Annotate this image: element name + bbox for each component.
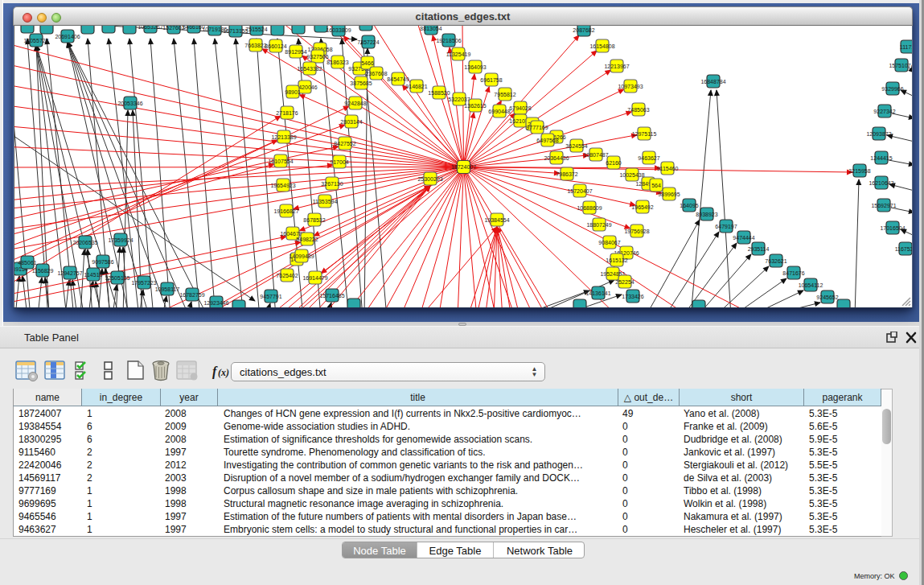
svg-text:9457791: 9457791 [260,294,281,299]
svg-text:1364093: 1364093 [464,64,486,70]
svg-text:12923446: 12923446 [203,300,228,306]
svg-text:7663822: 7663822 [244,43,266,48]
svg-text:10025438: 10025438 [619,172,644,178]
svg-text:14099489: 14099489 [289,253,314,259]
svg-text:17016504: 17016504 [880,225,905,231]
svg-text:12505135: 12505135 [105,275,129,281]
svg-text:1965492: 1965492 [631,204,653,210]
svg-text:8660124: 8660124 [265,43,286,49]
svg-text:12213389: 12213389 [271,134,296,140]
svg-text:6961758: 6961758 [480,77,502,83]
svg-text:2367608: 2367608 [365,71,387,76]
svg-text:9115460: 9115460 [657,166,679,171]
svg-text:3875685: 3875685 [350,80,372,86]
svg-text:9242848: 9242848 [344,101,366,106]
svg-text:16210643: 16210643 [869,180,893,186]
svg-text:9227342: 9227342 [873,109,895,114]
svg-text:16107554: 16107554 [268,159,293,164]
svg-text:16914479: 16914479 [302,275,327,281]
svg-text:15720407: 15720407 [567,188,592,194]
svg-text:10688609: 10688609 [577,205,602,211]
svg-text:19756928: 19756928 [624,229,649,234]
svg-text:12213967: 12213967 [604,64,629,69]
svg-text:1362615: 1362615 [464,103,486,109]
svg-text:8813054: 8813054 [420,26,441,31]
svg-text:19218506: 19218506 [436,38,461,43]
svg-text:15692971: 15692971 [871,203,896,208]
svg-text:98901: 98901 [285,89,301,95]
svg-text:14136141: 14136141 [585,290,610,296]
svg-text:6479197: 6479197 [715,224,737,229]
svg-text:18724007: 18724007 [451,164,476,170]
svg-text:3267130: 3267130 [321,181,343,187]
svg-text:5322037: 5322037 [448,97,470,102]
svg-text:7625402: 7625402 [276,273,298,278]
svg-text:9245652: 9245652 [816,295,838,300]
svg-text:9146821: 9146821 [405,84,427,89]
svg-text:3624554: 3624554 [565,143,587,149]
svg-text:9097586: 9097586 [92,259,113,265]
svg-text:10653267: 10653267 [138,26,162,30]
svg-text:f: f [212,365,218,379]
svg-text:1615132: 1615132 [606,257,627,263]
svg-text:10654112: 10654112 [799,282,823,288]
svg-text:5466: 5466 [361,60,374,66]
svg-text:10807487: 10807487 [583,152,608,158]
svg-text:8912954: 8912954 [285,49,306,55]
svg-text:3215958: 3215958 [848,168,870,174]
svg-text:16543382: 16543382 [297,66,322,72]
svg-text:16713155: 16713155 [223,28,248,34]
svg-text:7632621: 7632621 [765,258,786,264]
svg-text:9327506: 9327506 [306,54,328,60]
svg-text:12093872: 12093872 [866,131,891,137]
svg-text:15751074: 15751074 [889,63,912,68]
svg-text:8471676: 8471676 [782,270,804,276]
svg-text:6794028: 6794028 [509,105,531,111]
svg-text:11171: 11171 [900,44,912,50]
svg-text:15716485: 15716485 [319,293,344,299]
svg-text:9463627: 9463627 [638,155,659,161]
svg-text:2718176: 2718176 [276,110,298,116]
svg-text:2803144: 2803144 [340,119,362,125]
svg-text:11325419: 11325419 [446,51,471,57]
svg-text:5498222: 5498222 [296,237,318,242]
svg-text:12975115: 12975115 [632,131,657,137]
svg-text:564: 564 [651,183,661,188]
svg-text:10958117: 10958117 [155,286,180,292]
svg-text:7986372: 7986372 [556,171,577,177]
svg-text:62160: 62160 [606,160,622,166]
svg-text:16033809: 16033809 [326,27,351,33]
svg-text:1244415: 1244415 [870,155,892,161]
svg-text:8938923: 8938923 [696,212,717,217]
svg-text:164095: 164095 [680,203,698,208]
svg-text:9329966: 9329966 [881,86,903,92]
svg-text:20206535: 20206535 [72,240,97,245]
svg-text:8427552: 8427552 [334,141,355,146]
svg-text:114519: 114519 [84,272,103,278]
svg-text:252254: 252254 [615,279,634,285]
svg-text:16782759: 16782759 [179,292,204,298]
svg-text:9084067: 9084067 [598,240,620,245]
svg-text:12942757: 12942757 [57,270,82,276]
svg-text:8186323: 8186323 [326,60,348,65]
svg-text:18807249: 18807249 [586,222,611,228]
svg-text:19654923: 19654923 [270,183,295,188]
svg-text:6497568: 6497568 [536,138,558,143]
svg-text:17957223: 17957223 [131,280,156,286]
svg-text:485061: 485061 [18,260,36,266]
svg-text:6990448: 6990448 [488,109,510,114]
svg-text:7515524: 7515524 [245,27,267,32]
svg-text:16848784: 16848784 [700,79,725,84]
svg-text:1527602: 1527602 [162,26,184,31]
svg-text:8678532: 8678532 [303,217,325,223]
svg-text:20364436: 20364436 [544,155,569,161]
svg-text:1167531: 1167531 [895,246,912,252]
svg-text:7485063: 7485063 [627,107,649,113]
svg-text:25300203: 25300203 [417,176,442,182]
svg-text:9899695: 9899695 [658,192,680,197]
svg-text:917004: 917004 [330,159,348,165]
svg-text:10973493: 10973493 [618,84,643,89]
svg-text:(x): (x) [218,367,229,378]
svg-text:2087682: 2087682 [573,27,594,33]
svg-text:1156829: 1156829 [32,268,54,274]
